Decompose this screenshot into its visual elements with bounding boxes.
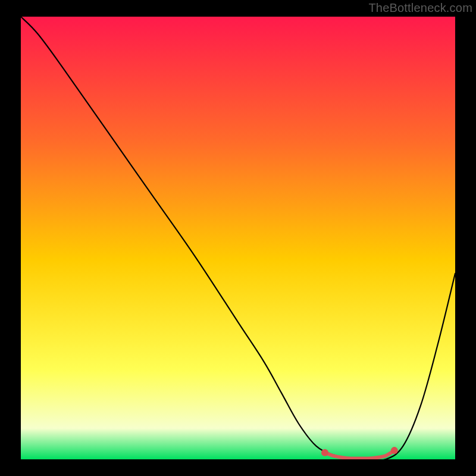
chart-frame: TheBottleneck.com xyxy=(0,0,476,476)
watermark-label: TheBottleneck.com xyxy=(368,1,472,15)
accent-dot xyxy=(391,447,398,454)
chart-plot xyxy=(21,17,455,459)
gradient-background xyxy=(21,17,455,459)
accent-dot xyxy=(321,449,328,456)
chart-svg xyxy=(21,17,455,459)
